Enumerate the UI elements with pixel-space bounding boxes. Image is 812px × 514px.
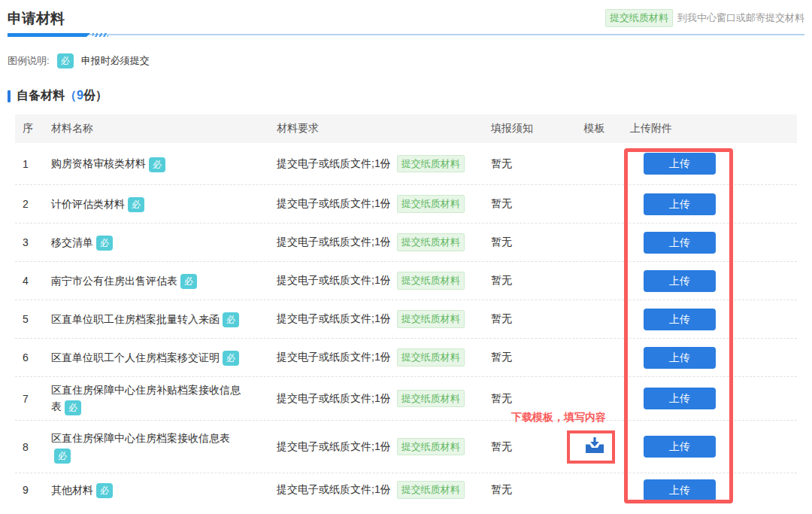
page-header: 申请材料 提交纸质材料 到我中心窗口或邮寄提交材料 <box>8 8 804 33</box>
required-badge: 必 <box>96 483 113 498</box>
requirement-text: 提交电子或纸质文件;1份 <box>277 440 391 454</box>
paper-badge: 提交纸质材料 <box>397 272 465 290</box>
material-name-cell: 南宁市公有住房出售评估表必 <box>51 272 277 289</box>
notice-cell: 暂无 <box>491 157 559 171</box>
material-name: 区直住房保障中心住房档案接收信息表 <box>51 432 230 444</box>
material-name: 其他材料 <box>51 484 93 496</box>
upload-button[interactable]: 上传 <box>644 436 716 458</box>
material-name: 计价评估类材料 <box>51 198 125 210</box>
table-row: 3 移交清单必 提交电子或纸质文件;1份 提交纸质材料 暂无 上传 <box>15 224 797 262</box>
table-row: 6 区直单位职工个人住房档案移交证明必 提交电子或纸质文件;1份 提交纸质材料 … <box>15 339 797 377</box>
upload-button[interactable]: 上传 <box>644 153 716 175</box>
underline-thin-bar <box>8 34 804 35</box>
download-template-button[interactable] <box>583 436 606 458</box>
table-row: 8 区直住房保障中心住房档案接收信息表必 提交电子或纸质文件;1份 提交纸质材料… <box>15 421 797 473</box>
notice-cell: 暂无 <box>491 351 559 364</box>
notice-cell: 暂无 <box>491 312 559 326</box>
requirement-text: 提交电子或纸质文件;1份 <box>277 392 391 406</box>
required-badge: 必 <box>149 157 165 172</box>
upload-cell: 上传 <box>630 270 789 292</box>
table-row: 1 购房资格审核类材料必 提交电子或纸质文件;1份 提交纸质材料 暂无 上传 <box>15 143 797 185</box>
upload-cell: 上传 <box>630 193 789 215</box>
application-materials-page: 申请材料 提交纸质材料 到我中心窗口或邮寄提交材料 图例说明: 必 申报时必须提… <box>0 0 812 506</box>
paper-badge: 提交纸质材料 <box>397 348 465 366</box>
material-name-cell: 区直住房保障中心住房补贴档案接收信息表必 <box>51 382 277 415</box>
upload-cell: 上传 <box>630 309 789 330</box>
material-name: 区直单位职工住房档案批量转入来函 <box>51 313 220 325</box>
requirement-text: 提交电子或纸质文件;1份 <box>277 274 391 287</box>
upload-cell: 上传 <box>630 153 789 175</box>
material-name-cell: 区直单位职工住房档案批量转入来函必 <box>51 311 277 327</box>
paper-badge: 提交纸质材料 <box>397 195 465 213</box>
col-header-index: 序 <box>23 122 51 135</box>
col-header-notice: 填报须知 <box>491 122 559 135</box>
paper-badge: 提交纸质材料 <box>397 481 465 499</box>
notice-cell: 暂无 <box>491 392 559 406</box>
row-number: 8 <box>23 441 51 453</box>
requirement-text: 提交电子或纸质文件;1份 <box>277 312 391 326</box>
section-title: 自备材料（9份） <box>17 88 108 104</box>
notice-cell: 暂无 <box>491 274 559 287</box>
upload-button[interactable]: 上传 <box>644 347 716 369</box>
table-row: 4 南宁市公有住房出售评估表必 提交电子或纸质文件;1份 提交纸质材料 暂无 上… <box>15 262 797 300</box>
paper-badge: 提交纸质材料 <box>397 233 465 251</box>
requirement-text: 提交电子或纸质文件;1份 <box>277 351 391 364</box>
upload-button[interactable]: 上传 <box>644 309 716 330</box>
section-header: 自备材料（9份） <box>8 88 804 104</box>
requirement-cell: 提交电子或纸质文件;1份 提交纸质材料 <box>277 348 491 366</box>
col-header-template: 模板 <box>559 122 630 135</box>
required-badge: 必 <box>54 449 71 464</box>
upload-cell: 上传 <box>630 347 789 369</box>
required-badge: 必 <box>180 274 197 289</box>
required-badge: 必 <box>128 197 144 212</box>
materials-table: 序 材料名称 材料要求 填报须知 模板 上传附件 1 购房资格审核类材料必 提交… <box>15 114 797 506</box>
paper-badge: 提交纸质材料 <box>397 155 465 173</box>
section-count: （9 <box>65 89 83 102</box>
paper-badge: 提交纸质材料 <box>397 310 465 328</box>
row-number: 5 <box>23 313 51 325</box>
row-number: 3 <box>23 236 51 248</box>
requirement-cell: 提交电子或纸质文件;1份 提交纸质材料 <box>277 272 491 290</box>
requirement-text: 提交电子或纸质文件;1份 <box>277 483 391 497</box>
notice-cell: 暂无 <box>491 483 559 497</box>
requirement-text: 提交电子或纸质文件;1份 <box>277 197 391 211</box>
upload-button[interactable]: 上传 <box>644 270 716 292</box>
paper-badge: 提交纸质材料 <box>397 390 465 408</box>
upload-cell: 上传 <box>630 232 789 254</box>
download-icon <box>585 445 604 456</box>
material-name-cell: 移交清单必 <box>51 234 277 251</box>
requirement-text: 提交电子或纸质文件;1份 <box>277 157 391 171</box>
paper-badge: 提交纸质材料 <box>605 9 673 27</box>
material-name-cell: 其他材料必 <box>51 482 277 498</box>
upload-cell: 上传 <box>630 388 789 409</box>
table-header-row: 序 材料名称 材料要求 填报须知 模板 上传附件 <box>15 114 797 143</box>
table-row: 5 区直单位职工住房档案批量转入来函必 提交电子或纸质文件;1份 提交纸质材料 … <box>15 300 797 339</box>
requirement-cell: 提交电子或纸质文件;1份 提交纸质材料 <box>277 310 491 328</box>
material-name: 移交清单 <box>51 236 93 248</box>
row-number: 6 <box>23 351 51 363</box>
upload-button[interactable]: 上传 <box>644 479 716 501</box>
required-badge: 必 <box>96 236 113 251</box>
upload-button[interactable]: 上传 <box>644 388 716 409</box>
requirement-text: 提交电子或纸质文件;1份 <box>277 236 391 249</box>
upload-button[interactable]: 上传 <box>644 232 716 254</box>
upload-cell: 上传 <box>630 436 789 458</box>
underline-thick-bar <box>8 33 90 37</box>
row-number: 9 <box>23 484 51 496</box>
requirement-cell: 提交电子或纸质文件;1份 提交纸质材料 <box>277 195 491 213</box>
notice-cell: 暂无 <box>491 236 559 249</box>
material-name-cell: 购房资格审核类材料必 <box>51 155 277 172</box>
required-badge: 必 <box>223 312 239 327</box>
section-accent-bar <box>8 90 11 102</box>
table-row: 2 计价评估类材料必 提交电子或纸质文件;1份 提交纸质材料 暂无 上传 <box>15 185 797 224</box>
material-name: 区直单位职工个人住房档案移交证明 <box>51 351 220 363</box>
legend-label: 图例说明: <box>8 54 50 68</box>
row-number: 7 <box>23 393 51 405</box>
col-header-name: 材料名称 <box>51 122 277 135</box>
required-badge: 必 <box>57 53 74 68</box>
upload-button[interactable]: 上传 <box>644 193 716 215</box>
required-badge: 必 <box>223 351 239 366</box>
upload-cell: 上传 <box>630 479 789 501</box>
legend-text: 申报时必须提交 <box>81 54 150 68</box>
row-number: 4 <box>23 275 51 287</box>
